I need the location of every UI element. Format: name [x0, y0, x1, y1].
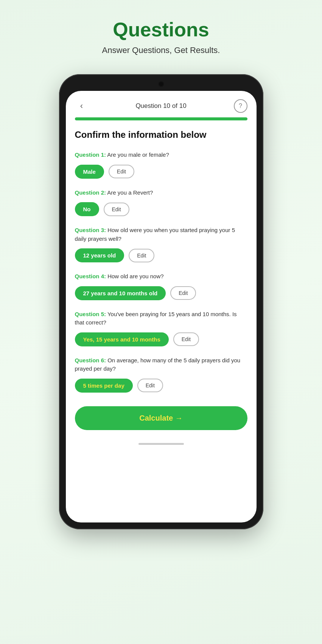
answer-row-3: 12 years old Edit — [75, 248, 247, 262]
question-label-3: Question 3: How old were you when you st… — [75, 226, 247, 243]
edit-button-6[interactable]: Edit — [137, 379, 163, 392]
content-area: Confirm the information below Question 1… — [66, 129, 257, 438]
phone-frame: ‹ Question 10 of 10 ? Confirm the inform… — [59, 74, 263, 529]
page-title: Questions — [113, 18, 209, 41]
calculate-button[interactable]: Calculate → — [75, 406, 247, 430]
question-label-4: Question 4: How old are you now? — [75, 272, 247, 281]
question-label-2-text: Are you a Revert? — [106, 189, 153, 196]
answer-pill-2: No — [75, 202, 99, 216]
question-label-6: Question 6: On average, how many of the … — [75, 356, 247, 373]
question-label-3-strong: Question 3: — [75, 227, 106, 233]
app-header: ‹ Question 10 of 10 ? — [66, 91, 257, 117]
edit-button-4[interactable]: Edit — [170, 286, 196, 300]
camera-notch — [158, 81, 164, 87]
edit-button-5[interactable]: Edit — [173, 332, 199, 346]
answer-row-5: Yes, 15 years and 10 months Edit — [75, 332, 247, 346]
question-block-1: Question 1: Are you male or female? Male… — [75, 151, 247, 179]
back-button[interactable]: ‹ — [75, 99, 89, 113]
edit-button-2[interactable]: Edit — [104, 203, 129, 216]
home-indicator — [138, 443, 184, 445]
answer-pill-6: 5 times per day — [75, 379, 133, 393]
question-label-1: Question 1: Are you male or female? — [75, 151, 247, 159]
question-label-4-strong: Question 4: — [75, 273, 106, 279]
answer-row-4: 27 years and 10 months old Edit — [75, 286, 247, 300]
phone-screen: ‹ Question 10 of 10 ? Confirm the inform… — [66, 91, 257, 522]
progress-bar-fill — [75, 117, 247, 120]
answer-row-6: 5 times per day Edit — [75, 379, 247, 393]
progress-bar-wrapper — [66, 117, 257, 120]
confirm-title: Confirm the information below — [75, 129, 247, 140]
question-label-2-strong: Question 2: — [75, 189, 106, 196]
question-block-3: Question 3: How old were you when you st… — [75, 226, 247, 262]
question-counter: Question 10 of 10 — [135, 102, 186, 110]
answer-pill-1: Male — [75, 165, 104, 179]
question-label-5-strong: Question 5: — [75, 311, 106, 317]
answer-row-2: No Edit — [75, 202, 247, 216]
progress-bar-track — [75, 117, 247, 120]
question-label-2: Question 2: Are you a Revert? — [75, 189, 247, 197]
answer-pill-3: 12 years old — [75, 248, 124, 262]
question-label-4-text: How old are you now? — [106, 273, 164, 279]
answer-pill-4: 27 years and 10 months old — [75, 286, 166, 300]
question-label-1-text: Are you male or female? — [106, 151, 169, 158]
question-block-5: Question 5: You've been praying for 15 y… — [75, 310, 247, 346]
question-block-4: Question 4: How old are you now? 27 year… — [75, 272, 247, 300]
question-label-6-strong: Question 6: — [75, 357, 106, 363]
page-subtitle: Answer Questions, Get Results. — [102, 45, 220, 55]
question-block-6: Question 6: On average, how many of the … — [75, 356, 247, 393]
help-button[interactable]: ? — [234, 99, 247, 113]
edit-button-1[interactable]: Edit — [109, 165, 134, 178]
question-block-2: Question 2: Are you a Revert? No Edit — [75, 189, 247, 217]
edit-button-3[interactable]: Edit — [129, 249, 154, 262]
question-label-1-strong: Question 1: — [75, 151, 106, 158]
question-label-5: Question 5: You've been praying for 15 y… — [75, 310, 247, 327]
answer-row-1: Male Edit — [75, 165, 247, 179]
answer-pill-5: Yes, 15 years and 10 months — [75, 332, 169, 346]
